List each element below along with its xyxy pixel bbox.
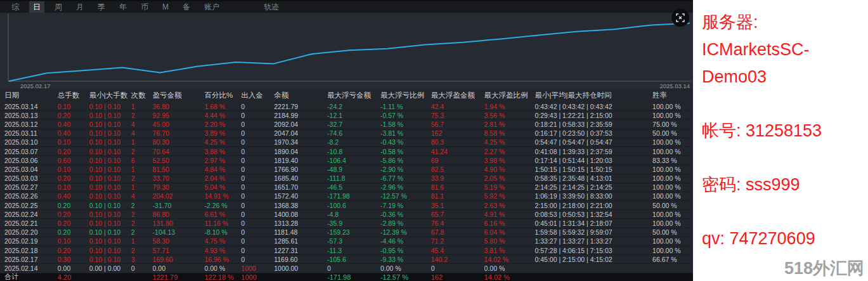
tab-币[interactable]: 币 (137, 1, 152, 13)
cell: 1:50:15 | 1:50:15 | 1:50:15 (534, 166, 652, 173)
cell: 14.91 % (204, 192, 241, 200)
cell: 2.04 % (204, 174, 241, 182)
cell: 4.75 % (204, 237, 241, 245)
cell: 1221.79 (153, 273, 205, 281)
table-row[interactable]: 2025.02.260.400.10 | 0.104204.0214.91 %0… (0, 192, 693, 201)
cell: 5.04 % (204, 183, 241, 191)
cell: -0.36 % (380, 211, 431, 218)
table-row[interactable]: 2025.03.060.600.10 | 0.10652.502.97 %018… (0, 156, 693, 165)
table-row[interactable]: 2025.02.200.200.10 | 0.102-104.13-8.10 %… (0, 228, 693, 237)
cell: 4 (131, 129, 153, 137)
table-row[interactable]: 2025.03.120.400.10 | 0.10445.002.20 %020… (0, 120, 693, 129)
cell: 0.10 | 0.10 (89, 121, 131, 128)
cell: -1.58 % (380, 121, 431, 128)
cell: 0.20 (58, 174, 89, 182)
equity-chart[interactable]: 2025.02.17 2025.03.14 (0, 13, 693, 89)
cell: 1:33:27 | 1:33:27 | 1:33:27 (534, 237, 652, 245)
column-header: 总手数 (58, 91, 89, 100)
cell: 4.90 % (484, 166, 535, 173)
tab-轨迹[interactable]: 轨迹 (260, 1, 283, 13)
cell: 2092.04 (274, 121, 327, 128)
table-row[interactable]: 2025.03.130.200.10 | 0.10292.954.44 %021… (0, 111, 693, 120)
cell: 1285.61 (274, 237, 327, 245)
table-row[interactable]: 2025.02.170.300.10 | 0.103169.6016.96 %0… (0, 255, 693, 264)
cell: 4.20 (58, 273, 89, 281)
table-row[interactable]: 2025.02.270.100.10 | 0.10179.305.04 %016… (0, 183, 693, 192)
cell: 2025.02.18 (4, 247, 58, 254)
cell: 0.10 | 0.10 (89, 211, 131, 218)
panel-spacer (702, 199, 864, 225)
column-header: 余额 (274, 91, 327, 100)
tab-账户[interactable]: 账户 (200, 1, 223, 13)
cell: 1.68 % (204, 103, 241, 110)
cell: 3.89 % (204, 129, 241, 137)
cell: 100.00 % (652, 103, 693, 110)
cell: 0 (241, 112, 274, 119)
table-row[interactable]: 2025.02.210.200.10 | 0.102131.8011.16 %0… (0, 219, 693, 228)
cell: 81.50 (153, 166, 205, 173)
table-row[interactable]: 2025.02.190.100.10 | 0.10158.304.75 %012… (0, 237, 693, 246)
cell: 2 (131, 148, 153, 155)
table-row[interactable]: 2025.02.240.200.10 | 0.10286.806.61 %014… (0, 210, 693, 219)
table-row[interactable]: 2025.02.140.000.00 | 0.0000.000.00 %1000… (0, 264, 693, 273)
column-header: 次数 (131, 91, 153, 100)
tab-备[interactable]: 备 (179, 1, 194, 13)
cell: 8.58 % (484, 129, 535, 137)
table-row[interactable]: 2025.03.030.200.10 | 0.10233.702.04 %016… (0, 174, 693, 183)
table-row[interactable]: 2025.03.100.100.10 | 0.10180.304.25 %019… (0, 138, 693, 147)
tab-年[interactable]: 年 (115, 1, 131, 13)
cell: 58.30 (153, 237, 205, 245)
table-row[interactable]: 2025.03.110.400.10 | 0.10476.703.89 %020… (0, 129, 693, 138)
cell: 50.00 % (652, 228, 693, 236)
cell: 50.00 % (652, 202, 693, 209)
table-total-row[interactable]: 合计4.201221.79122.18 %1000-171.98-12.57 %… (0, 273, 693, 281)
cell: -12.57 % (380, 192, 431, 200)
cell: 4.25 % (204, 138, 241, 146)
cell: 2025.03.12 (4, 121, 58, 128)
cell: 81.6 (431, 183, 484, 191)
cell: 45.00 (153, 121, 205, 128)
tab-日[interactable]: 日 (29, 1, 44, 13)
cell: 1 (131, 138, 153, 146)
cell: 0.10 (58, 103, 89, 110)
cell: -0.43 % (380, 138, 431, 146)
table-row[interactable]: 2025.02.250.200.10 | 0.102-31.70-2.26 %0… (0, 201, 693, 210)
cell: 2:15:00 | 2:18:00 | 2:21:00 (534, 202, 652, 209)
cell: 2025.03.04 (4, 166, 58, 173)
cell: 82.5 (431, 166, 484, 173)
table-row[interactable]: 2025.03.070.200.10 | 0.10270.643.88 %018… (0, 147, 693, 156)
toolbar: 综日周月季年币M备账户 轨迹 (0, 0, 693, 13)
cell: 0 (131, 265, 153, 272)
cell: 79.30 (153, 183, 205, 191)
cell: 1000.00 (274, 265, 327, 272)
tab-月[interactable]: 月 (72, 1, 87, 13)
cell: 0:43:42 | 0:43:42 | 0:43:42 (534, 103, 652, 110)
tab-季[interactable]: 季 (94, 1, 109, 13)
table-row[interactable]: 2025.02.180.200.10 | 0.10257.714.93 %012… (0, 246, 693, 255)
cell: 0:57:28 | 4:06:15 | 7:15:03 (534, 247, 652, 254)
cell: 2025.02.21 (4, 219, 58, 227)
cell: 0:17:14 | 0:51:44 | 1:20:03 (534, 157, 652, 164)
cell: 6.16 % (484, 219, 535, 227)
cell: 0:18:21 | 0:58:33 | 2:35:59 (534, 121, 652, 128)
cell: 4.44 % (204, 112, 241, 119)
table-row[interactable]: 2025.03.040.100.10 | 0.10181.504.84 %017… (0, 165, 693, 174)
cell: 76.70 (153, 129, 205, 137)
column-header: 最大浮盈比例 (484, 91, 535, 100)
toolbar-secondary-tabs: 轨迹 (260, 1, 289, 13)
cell: 66.67 % (652, 256, 693, 263)
cell: 14.02 % (484, 273, 535, 281)
table-row[interactable]: 2025.03.140.100.10 | 0.10136.801.68 %022… (0, 102, 693, 111)
column-header: 日期 (4, 91, 58, 100)
tab-周[interactable]: 周 (51, 1, 66, 13)
cell: -8.2 (327, 138, 380, 146)
expand-icon[interactable] (671, 9, 689, 27)
cell: 2025.03.07 (4, 148, 58, 155)
cell: 0 (241, 174, 274, 182)
cell: 2221.79 (274, 103, 327, 110)
cell: 0.00 % (484, 265, 535, 272)
tab-M[interactable]: M (159, 1, 172, 13)
cell: 0 (241, 138, 274, 146)
cell: -24.2 (327, 103, 380, 110)
tab-综[interactable]: 综 (8, 1, 23, 13)
